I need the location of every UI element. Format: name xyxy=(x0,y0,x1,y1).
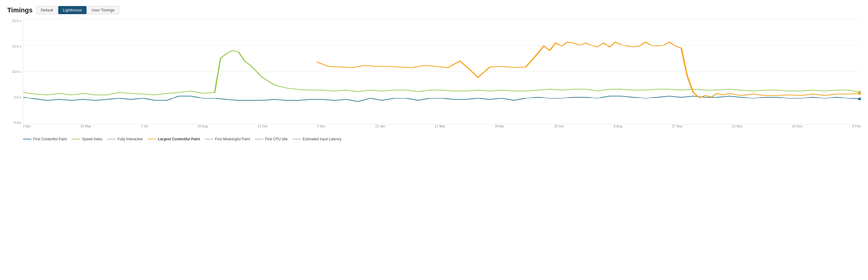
tab-default[interactable]: Default xyxy=(36,6,58,14)
grid-line-25 xyxy=(23,45,861,45)
grid-line-top xyxy=(23,19,861,19)
legend-si-line xyxy=(72,139,80,139)
y-label-5: 5.0 s xyxy=(7,96,23,99)
legend-fi-label: Fully Interactive xyxy=(117,137,143,141)
x-label-mar: 11 Mar xyxy=(435,124,445,133)
x-label-may: 19 May xyxy=(80,124,91,133)
legend-lcp-label: Largest Contentful Paint xyxy=(158,137,200,141)
legend-eil-line xyxy=(292,139,301,139)
legend-fi-line xyxy=(107,139,116,139)
x-label-oct: 13 Oct xyxy=(257,124,267,133)
legend-fmp-label: First Meaningful Paint xyxy=(215,137,250,141)
chart-area: 20.0 s 15.0 s 10.0 s 5.0 s 0 ms xyxy=(7,19,861,133)
x-label-feb: 6 Feb xyxy=(852,124,861,133)
legend-fci: First CPU Idle xyxy=(255,137,288,141)
x-label-apr: 2 Apr xyxy=(23,124,31,133)
grid-line-75 xyxy=(23,98,861,98)
y-label-15: 15.0 s xyxy=(7,44,23,48)
si-line xyxy=(23,50,861,95)
x-label-apr2: 30 Apr xyxy=(495,124,504,133)
legend-fcp-label: First Contentful Paint xyxy=(33,137,67,141)
legend-eil: Estimated Input Latency xyxy=(292,137,342,141)
fcp-line xyxy=(23,96,861,101)
x-label-nov: 12 Nov xyxy=(732,124,743,133)
chart-wrapper: 20.0 s 15.0 s 10.0 s 5.0 s 0 ms xyxy=(7,19,861,151)
legend-lcp-line xyxy=(148,139,156,139)
header-row: Timings Default Lighthouse User Timings xyxy=(7,6,861,14)
x-label-aug: 25 Aug xyxy=(197,124,208,133)
legend-si: Speed Index xyxy=(72,137,102,141)
x-label-aug2: 8 Aug xyxy=(614,124,622,133)
legend-fi: Fully Interactive xyxy=(107,137,143,141)
tab-lighthouse[interactable]: Lighthouse xyxy=(58,6,87,14)
y-axis: 20.0 s 15.0 s 10.0 s 5.0 s 0 ms xyxy=(7,19,23,124)
legend: First Contentful Paint Speed Index Fully… xyxy=(7,137,861,141)
x-axis: 2 Apr 19 May 7 Jul 25 Aug 13 Oct 2 Dec 2… xyxy=(23,124,861,133)
grid-line-50 xyxy=(23,72,861,72)
x-label-dec2: 20 Dec xyxy=(792,124,803,133)
timings-panel: Timings Default Lighthouse User Timings … xyxy=(0,0,868,158)
x-label-sep: 27 Sep xyxy=(672,124,682,133)
page-title: Timings xyxy=(7,6,33,14)
y-label-0: 0 ms xyxy=(7,121,23,124)
legend-fmp: First Meaningful Paint xyxy=(205,137,250,141)
legend-fci-label: First CPU Idle xyxy=(265,137,288,141)
tab-group: Default Lighthouse User Timings xyxy=(36,6,119,14)
x-label-jan: 21 Jan xyxy=(375,124,385,133)
chart-inner xyxy=(23,19,861,124)
legend-eil-label: Estimated Input Latency xyxy=(303,137,342,141)
legend-fcp: First Contentful Paint xyxy=(23,137,67,141)
y-label-10: 10.0 s xyxy=(7,70,23,73)
legend-fmp-line xyxy=(205,139,213,139)
x-label-jun: 19 Jun xyxy=(554,124,564,133)
tab-user-timings[interactable]: User Timings xyxy=(87,6,119,14)
legend-fci-line xyxy=(255,139,263,139)
lcp-line xyxy=(316,42,861,98)
x-label-dec: 2 Dec xyxy=(317,124,326,133)
legend-si-label: Speed Index xyxy=(82,137,102,141)
x-label-jul: 7 Jul xyxy=(141,124,148,133)
legend-fcp-line xyxy=(23,139,31,139)
legend-lcp: Largest Contentful Paint xyxy=(148,137,200,141)
y-label-20: 20.0 s xyxy=(7,19,23,23)
